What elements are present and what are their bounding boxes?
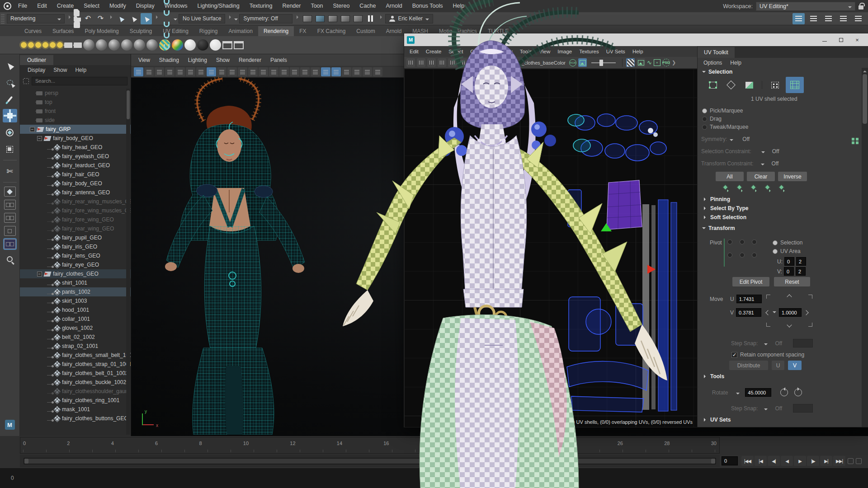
chevron-down-icon[interactable] <box>736 393 740 396</box>
outliner-row[interactable]: pants_1002 <box>20 287 131 296</box>
symmetry-value[interactable]: Off <box>742 136 750 142</box>
menu-item[interactable]: Bonus Tools <box>407 3 448 9</box>
uv-move-button[interactable] <box>406 58 415 67</box>
chevron-down-icon[interactable] <box>761 164 764 167</box>
viewport-toolbar-button-film-gate[interactable] <box>217 67 226 76</box>
render-settings-button[interactable] <box>327 13 338 24</box>
outliner-row[interactable]: gloves_1002 <box>20 324 131 333</box>
search-input[interactable]: Search... <box>32 77 127 85</box>
playback-button-go-to-end[interactable]: ▶▶| <box>833 456 845 466</box>
uv-canvas[interactable]: (1/0) UV shells, (0/0) overlapping UVs, … <box>404 69 697 427</box>
viewport-toolbar-button-safe-title[interactable] <box>269 67 278 76</box>
viewport-toolbar-button-select-camera[interactable] <box>134 67 143 76</box>
outliner-row[interactable]: fairy_body_GEO <box>20 179 131 188</box>
shelf-tab[interactable]: Custom <box>351 26 380 36</box>
menu-item[interactable]: File <box>13 3 32 9</box>
outliner-row[interactable]: collar_1001 <box>20 314 131 324</box>
shelf-button-surface-shader[interactable] <box>184 39 196 51</box>
outliner-row[interactable]: fairy_eyelash_GEO <box>20 152 131 161</box>
pivot-u2-field[interactable]: 2 <box>796 257 806 266</box>
menu-item[interactable]: Help <box>448 3 470 9</box>
outliner-row[interactable]: fairy_iris_GEO <box>20 242 131 251</box>
uv-layout-button[interactable] <box>490 58 498 67</box>
texture-name-label[interactable]: fairy_clothes_baseColor <box>512 60 566 66</box>
launch-render-view-button[interactable] <box>352 13 363 24</box>
expander-icon[interactable] <box>37 136 42 141</box>
range-slider[interactable] <box>20 455 720 467</box>
snap-button-snap-to-view-plane[interactable] <box>161 30 172 41</box>
uv-editor-title-bar[interactable]: M × <box>404 33 868 46</box>
pivot-u1-field[interactable]: 0 <box>784 257 794 266</box>
chevron-down-icon[interactable] <box>764 343 768 347</box>
pivot-v2-field[interactable]: 2 <box>796 267 806 276</box>
viewport-toolbar-button-lock-camera[interactable] <box>144 67 154 76</box>
viewport-toolbar-button-x-ray[interactable] <box>290 67 299 76</box>
tools-section-header[interactable]: Tools <box>702 373 724 380</box>
select-clear-button[interactable]: Clear <box>747 172 775 181</box>
playback-button-step-forward-key[interactable]: ▶| <box>820 456 832 466</box>
select-by-hierarchy-button[interactable] <box>115 13 127 24</box>
shelf-tab[interactable]: Rendering <box>258 26 294 36</box>
menu-item[interactable]: Lighting/Shading <box>193 3 245 9</box>
pivot-uv-area-radio[interactable]: UV Area <box>773 248 801 254</box>
viewport-toolbar-button-anti-aliasing[interactable] <box>363 67 372 76</box>
viewport-menu-item[interactable]: Panels <box>266 57 292 63</box>
viewport-toolbar-button-isolate-select[interactable] <box>279 67 289 76</box>
cut-uv-tool[interactable]: ✄ <box>3 164 17 178</box>
select-by-component-button[interactable] <box>141 13 152 24</box>
shelf-button-directional-light[interactable] <box>28 42 34 48</box>
update-psd-button[interactable] <box>662 59 670 66</box>
group-collapser[interactable] <box>108 13 113 24</box>
texture-borders-button[interactable] <box>637 58 645 67</box>
viewport-menu-item[interactable]: View <box>134 57 155 63</box>
outliner-row[interactable]: fairy_head_GEO <box>20 143 131 152</box>
viewport-toolbar-button-lighting-all[interactable] <box>321 67 330 76</box>
uv-menu-item[interactable]: Textures <box>576 49 602 54</box>
uv-unfold-button[interactable] <box>479 58 488 67</box>
snap-button-make-object-live[interactable] <box>161 41 172 52</box>
shelf-tab[interactable]: Animation <box>223 26 258 36</box>
outliner-row[interactable]: skirt_1003 <box>20 296 131 305</box>
edge-mode-button[interactable] <box>724 78 738 92</box>
viewport-toolbar-button-safe-action[interactable] <box>259 67 268 76</box>
convert-to-uv-icon[interactable] <box>764 184 770 190</box>
outliner-row[interactable]: belt_02_1002 <box>20 333 131 342</box>
range-handle-start[interactable] <box>24 459 28 464</box>
pivot-radio[interactable] <box>727 239 732 244</box>
menu-item[interactable]: Modify <box>104 3 131 9</box>
viewport-menu-item[interactable]: Shading <box>155 57 184 63</box>
convert-to-edge-icon[interactable] <box>736 184 742 190</box>
convert-to-shell-icon[interactable] <box>778 184 784 190</box>
viewport-toolbar-button-resolution-gate[interactable] <box>227 67 237 76</box>
layout-single-pane[interactable] <box>4 187 16 197</box>
move-v-field[interactable]: 0.3781 <box>736 308 761 317</box>
maximize-button[interactable] <box>833 34 849 45</box>
viewport-toolbar-button-shadows[interactable] <box>331 67 341 76</box>
viewport-menu-item[interactable]: Lighting <box>184 57 212 63</box>
display-image-button[interactable] <box>578 58 587 67</box>
shelf-tab[interactable]: Arnold <box>381 26 407 36</box>
move-up-icon[interactable] <box>787 294 792 299</box>
uv-menu-item[interactable]: UV Sets <box>603 49 629 54</box>
outliner-row[interactable]: fairy_clothes_strap_01_1001 <box>20 360 131 369</box>
group-collapser[interactable] <box>378 13 383 24</box>
pivot-radio[interactable] <box>752 239 757 244</box>
menu-item[interactable]: Select <box>79 3 104 9</box>
shelf-button-volume-light[interactable] <box>50 42 56 48</box>
shelf-button-blinn[interactable] <box>96 39 107 51</box>
shelf-tab[interactable]: FX Caching <box>312 26 351 36</box>
shelf-button-black-hole[interactable] <box>197 39 208 51</box>
scroll-up-icon[interactable] <box>863 69 867 72</box>
uv-sew-button[interactable] <box>469 58 477 67</box>
close-button[interactable]: × <box>849 34 865 45</box>
lock-icon[interactable] <box>859 5 863 9</box>
shelf-button-anisotropic[interactable] <box>146 39 158 51</box>
menu-item[interactable]: Toon <box>306 3 328 9</box>
pivot-radio[interactable] <box>727 253 732 258</box>
outliner-row[interactable]: fairy_tearduct_GEO <box>20 161 131 170</box>
outliner-row[interactable]: side <box>20 116 131 125</box>
step-snap2-value[interactable]: Off <box>775 405 782 412</box>
uv-scale-button[interactable] <box>427 58 436 67</box>
symmetry-grid-icon[interactable] <box>852 138 854 141</box>
pivot-radio[interactable] <box>740 239 745 244</box>
